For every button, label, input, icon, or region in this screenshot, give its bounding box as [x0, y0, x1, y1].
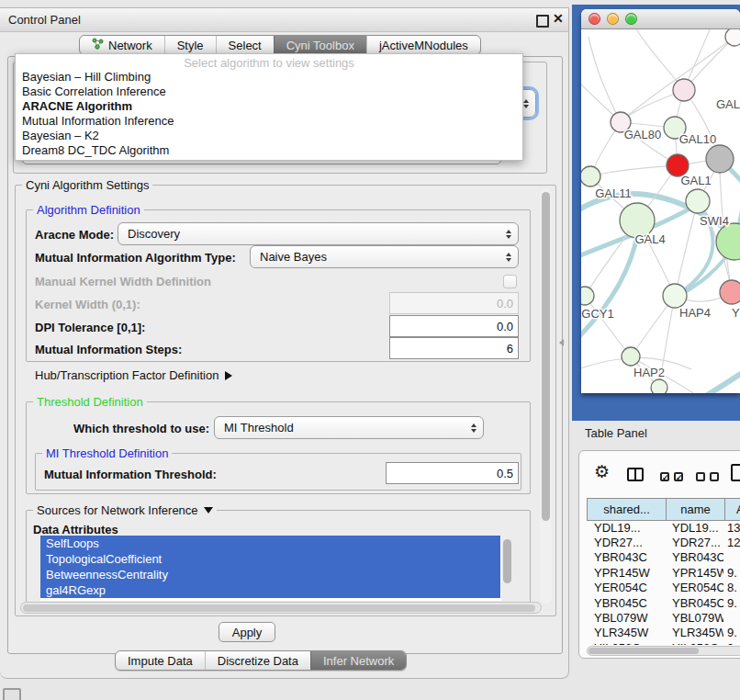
table-row[interactable]: YDL19...YDL19...13	[587, 520, 740, 535]
collapsed-arrow-icon	[225, 371, 232, 380]
table-cell: 13	[723, 521, 740, 535]
tab-label: Network	[108, 39, 152, 52]
attribute-item-selfloops[interactable]: SelfLoops	[40, 536, 500, 551]
sources-group-title[interactable]: Sources for Network Inference	[33, 503, 217, 517]
mi-steps-value: 6	[507, 342, 513, 356]
edge	[684, 367, 740, 393]
table-row[interactable]: YPR145WYPR145W9.	[587, 565, 740, 580]
node-label: GCY1	[581, 307, 613, 321]
tab-cyni-toolbox[interactable]: Cyni Toolbox	[274, 36, 366, 54]
table-row[interactable]: YER054CYER054C8.	[587, 581, 740, 595]
aracne-mode-label: Aracne Mode:	[35, 228, 114, 242]
table-cell: YDR27...	[665, 536, 723, 549]
gear-icon[interactable]: ⚙	[594, 463, 610, 480]
edge	[590, 165, 678, 176]
table-cell: 8.	[723, 581, 740, 594]
node-label: GAL4	[634, 232, 665, 246]
node-salmon[interactable]	[720, 280, 740, 304]
top-tabstrip: NetworkStyleSelectCyni ToolboxjActiveMNo…	[79, 35, 481, 55]
algorithm-option-aracne-algorithm[interactable]: ARACNE Algorithm	[16, 99, 522, 114]
select-all-columns-icon[interactable]: ✓✓	[660, 472, 683, 481]
node-left-green[interactable]	[581, 166, 600, 186]
node-gcy1[interactable]	[581, 287, 594, 305]
column-header-a[interactable]: A	[724, 499, 740, 520]
column-header-name[interactable]: name	[666, 499, 724, 520]
algorithm-option-basic-correlation-inference[interactable]: Basic Correlation Inference	[16, 85, 522, 99]
network-window-titlebar[interactable]	[581, 9, 740, 29]
node-label: HAP2	[633, 366, 665, 379]
algorithm-option-dream8-dc-tdc-algorithm[interactable]: Dream8 DC_TDC Algorithm	[16, 143, 522, 158]
tab-network[interactable]: Network	[80, 36, 164, 54]
algorithm-option-mutual-information-inference[interactable]: Mutual Information Inference	[16, 114, 522, 129]
node-partial-bottom[interactable]	[651, 379, 667, 393]
tab-infer-network[interactable]: Infer Network	[310, 651, 406, 670]
mi-threshold-field[interactable]: 0.5	[386, 462, 519, 484]
mi-threshold-label: Mutual Information Threshold:	[44, 468, 217, 481]
table-row[interactable]: YBL079WYBL079W	[587, 610, 740, 625]
node-gray-node[interactable]	[706, 145, 734, 173]
control-panel-titlebar: Control Panel ✕	[0, 8, 568, 32]
apply-button[interactable]: Apply	[219, 622, 275, 642]
table-cell: YPR145W	[665, 566, 723, 580]
column-header-shared[interactable]: shared...	[588, 499, 666, 520]
new-table-icon[interactable]	[731, 464, 740, 481]
node-swi4[interactable]	[686, 189, 710, 213]
zoom-traffic-light-icon[interactable]	[625, 13, 637, 25]
tab-style[interactable]: Style	[164, 36, 216, 54]
bottom-tabstrip: Impute DataDiscretize DataInfer Network	[115, 650, 407, 671]
tab-jactivemnodules[interactable]: jActiveMNodules	[366, 36, 480, 54]
tab-select[interactable]: Select	[216, 36, 274, 54]
minimize-traffic-light-icon[interactable]	[607, 13, 619, 25]
attributes-vertical-scrollbar	[501, 536, 512, 601]
sources-title-label: Sources for Network Inference	[37, 503, 198, 517]
node-label: Y	[732, 306, 740, 320]
network-canvas[interactable]: GALGAL80GAL10GAL1GAL11SWI4GAL4GCY1HAP4YH…	[581, 29, 740, 393]
scrollbar-thumb[interactable]	[589, 648, 699, 654]
tab-label: Discretize Data	[218, 654, 298, 668]
attribute-item-gal4rgexp[interactable]: gal4RGexp	[40, 582, 500, 598]
data-attributes-list: SelfLoopsTopologicalCoefficientBetweenne…	[40, 536, 512, 601]
float-window-icon[interactable]	[536, 15, 549, 28]
node-hap4[interactable]	[663, 284, 687, 308]
manual-kernel-width-checkbox	[503, 275, 517, 288]
node-gal-pink[interactable]	[673, 79, 695, 101]
node-hap2[interactable]	[622, 347, 640, 366]
table-row[interactable]: YBR045CYBR045C9.	[587, 595, 740, 610]
hub-definition-header[interactable]: Hub/Transcription Factor Definition	[35, 368, 232, 382]
table-row[interactable]: YIL052CYIL052C9	[587, 640, 740, 645]
algorithm-definition-title: Algorithm Definition	[33, 203, 144, 217]
minimized-panel-icon[interactable]	[3, 688, 21, 700]
deselect-all-columns-icon[interactable]	[696, 472, 719, 481]
panel-splitter-handle[interactable]	[559, 339, 564, 346]
algorithm-option-bayesian-hill-climbing[interactable]: Bayesian – Hill Climbing	[16, 70, 522, 85]
node-big-green[interactable]	[716, 223, 740, 260]
network-icon	[92, 38, 104, 52]
table-cell: YDL19...	[587, 521, 665, 535]
close-icon[interactable]: ✕	[553, 11, 564, 26]
table-row[interactable]: YDR27...YDR27...12	[587, 535, 740, 549]
panel-title: Control Panel	[8, 13, 81, 27]
node-label: GAL11	[595, 186, 632, 200]
table-cell: YPR145W	[587, 566, 665, 580]
settings-vertical-scrollbar	[540, 188, 552, 604]
tab-impute-data[interactable]: Impute Data	[116, 651, 205, 670]
node-partial-top[interactable]	[725, 29, 740, 46]
algorithm-option-bayesian-k2[interactable]: Bayesian – K2	[16, 129, 522, 143]
attribute-item-betweennesscentrality[interactable]: BetweennessCentrality	[40, 567, 500, 582]
attribute-item-topologicalcoefficient[interactable]: TopologicalCoefficient	[40, 551, 500, 567]
tab-label: Style	[177, 39, 204, 52]
mi-steps-field[interactable]: 6	[389, 337, 519, 359]
tab-label: Infer Network	[323, 654, 394, 668]
close-traffic-light-icon[interactable]	[589, 13, 600, 25]
tab-discretize-data[interactable]: Discretize Data	[205, 651, 310, 670]
scrollbar-thumb[interactable]	[503, 539, 511, 583]
table-row[interactable]: YLR345WYLR345W9.	[587, 626, 740, 640]
scrollbar-thumb[interactable]	[542, 192, 550, 521]
split-columns-icon[interactable]	[627, 468, 644, 481]
table-row[interactable]: YBR043CYBR043C	[587, 550, 740, 565]
table-cell: 12	[723, 536, 740, 549]
scrollbar-thumb[interactable]	[23, 604, 535, 612]
dropdown-placeholder: Select algorithm to view settings	[16, 56, 522, 70]
dpi-tolerance-field[interactable]: 0.0	[389, 315, 519, 337]
table-cell: YBR043C	[665, 550, 723, 564]
